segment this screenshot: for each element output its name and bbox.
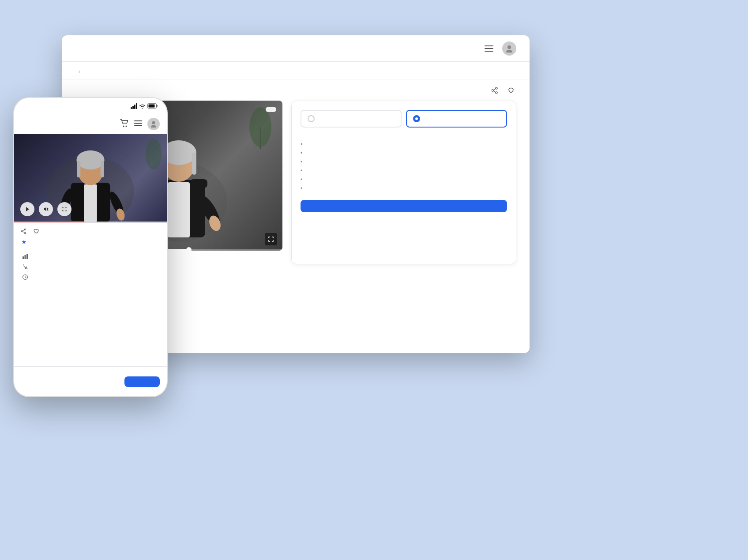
svg-point-47 xyxy=(25,229,26,230)
mobile-meta-level xyxy=(21,251,160,261)
fullscreen-button[interactable] xyxy=(265,233,277,245)
save-button[interactable] xyxy=(508,87,516,94)
mobile-plant-icon xyxy=(145,136,162,172)
svg-point-38 xyxy=(76,150,104,169)
mobile-share-button[interactable] xyxy=(21,229,28,234)
mentored-option[interactable] xyxy=(406,110,507,128)
mobile-status-bar xyxy=(14,98,167,114)
signal-icon xyxy=(131,103,137,109)
mobile-meta-language xyxy=(21,261,160,272)
mobile-bottom-bar xyxy=(14,366,167,396)
svg-rect-26 xyxy=(149,105,155,108)
svg-point-48 xyxy=(25,233,26,234)
mobile-navbar xyxy=(14,114,167,134)
share-icon xyxy=(492,87,498,94)
svg-rect-52 xyxy=(23,256,24,259)
mobile-menu-icon[interactable] xyxy=(134,120,142,128)
svg-rect-0 xyxy=(485,45,493,46)
menu-icon[interactable] xyxy=(482,41,496,56)
self-paced-option[interactable] xyxy=(301,110,402,128)
svg-rect-53 xyxy=(25,255,26,259)
svg-rect-1 xyxy=(485,48,493,49)
svg-point-3 xyxy=(507,45,511,49)
mobile-rating-row: ★ xyxy=(21,238,160,245)
self-paced-radio xyxy=(308,115,315,122)
mobile-save-button[interactable] xyxy=(34,229,41,234)
video-progress-dot xyxy=(186,247,192,251)
svg-point-27 xyxy=(123,125,124,127)
svg-rect-31 xyxy=(134,125,142,126)
svg-rect-54 xyxy=(26,254,28,259)
mobile-video-controls xyxy=(20,202,71,216)
share-button[interactable] xyxy=(492,87,500,94)
mobile-user-avatar[interactable] xyxy=(147,118,160,130)
mobile-actions-row xyxy=(21,229,160,234)
price-header xyxy=(301,135,507,135)
feature-item xyxy=(301,158,507,166)
feature-item xyxy=(301,184,507,193)
svg-rect-12 xyxy=(168,182,190,237)
mobile-video-progress[interactable] xyxy=(14,221,167,222)
page-actions xyxy=(492,87,516,94)
svg-line-51 xyxy=(23,232,25,233)
mobile-video[interactable] xyxy=(14,134,167,222)
mobile-video-progress-fill xyxy=(14,221,83,222)
mobile-play-button[interactable] xyxy=(20,202,34,216)
svg-rect-40 xyxy=(101,161,104,177)
mobile-share-icon xyxy=(21,229,26,234)
mobile-meta-list xyxy=(21,251,160,282)
battery-icon xyxy=(147,103,158,109)
buy-button[interactable] xyxy=(301,200,507,212)
feature-list xyxy=(301,140,507,193)
svg-point-32 xyxy=(152,121,155,124)
mentored-radio-dot xyxy=(415,117,418,120)
svg-rect-2 xyxy=(485,51,493,52)
mobile-buy-button[interactable] xyxy=(124,376,160,387)
mobile-status-icons xyxy=(131,103,158,109)
star-icon: ★ xyxy=(21,238,27,245)
svg-point-5 xyxy=(496,87,497,89)
svg-line-8 xyxy=(493,89,496,90)
mobile-clock-icon xyxy=(21,273,29,281)
svg-point-49 xyxy=(22,231,23,232)
wifi-icon xyxy=(139,104,146,109)
feature-item xyxy=(301,166,507,175)
mobile-cart-icon[interactable] xyxy=(120,119,129,129)
mobile-translate-icon xyxy=(21,263,29,271)
mobile-nav-icons xyxy=(120,118,160,130)
svg-rect-30 xyxy=(134,123,142,124)
feature-item xyxy=(301,149,507,158)
mobile-mute-button[interactable] xyxy=(39,202,53,216)
desktop-nav-right xyxy=(482,41,516,56)
purchase-options xyxy=(301,110,507,128)
feature-item xyxy=(301,175,507,184)
bar-chart-icon xyxy=(21,252,29,260)
svg-rect-29 xyxy=(134,120,142,121)
mentored-radio xyxy=(413,115,420,122)
mobile-fullscreen-button[interactable] xyxy=(57,202,71,216)
svg-rect-18 xyxy=(190,179,207,188)
page-title-row xyxy=(75,87,516,94)
svg-point-4 xyxy=(506,50,512,53)
svg-point-6 xyxy=(496,92,497,94)
svg-point-33 xyxy=(151,125,156,128)
svg-line-9 xyxy=(493,91,496,92)
mobile-heart-icon xyxy=(34,229,39,234)
fullscreen-icon xyxy=(268,237,274,242)
svg-point-44 xyxy=(146,139,162,169)
user-avatar[interactable] xyxy=(502,41,516,56)
svg-rect-36 xyxy=(84,184,97,222)
feature-item xyxy=(301,140,507,149)
svg-point-7 xyxy=(492,90,493,91)
mobile-phone: ★ xyxy=(13,97,168,397)
desktop-navbar xyxy=(62,35,530,62)
breadcrumb: › xyxy=(62,62,530,79)
svg-rect-16 xyxy=(192,153,196,175)
mobile-content: ★ xyxy=(14,222,167,295)
mobile-meta-duration xyxy=(21,272,160,282)
svg-point-28 xyxy=(126,125,127,127)
svg-rect-39 xyxy=(77,161,80,177)
heart-icon xyxy=(508,87,514,94)
preview-videos-button[interactable] xyxy=(266,107,276,112)
breadcrumb-chevron: › xyxy=(79,68,80,75)
